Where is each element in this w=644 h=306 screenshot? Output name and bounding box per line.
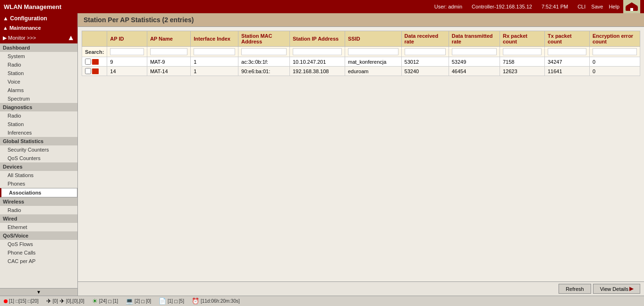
- search-rx-packet-input[interactable]: [503, 48, 542, 55]
- security-icon-2: □: [174, 298, 178, 304]
- search-data-transmitted-input[interactable]: [452, 48, 497, 55]
- cli-link[interactable]: CLI: [577, 4, 585, 9]
- row-checkbox[interactable]: [85, 68, 91, 74]
- search-data-transmitted[interactable]: [449, 47, 500, 57]
- sidebar-title: ▲ Configuration: [3, 15, 47, 22]
- search-tx-packet-input[interactable]: [548, 48, 586, 55]
- search-station-ip-input[interactable]: [293, 48, 342, 55]
- sidebar-item-qos-counters[interactable]: QoS Counters: [0, 154, 77, 162]
- save-link[interactable]: Save: [591, 4, 603, 9]
- status-bar: [1] □[15] □[20] ✈ [0] ✈ [0],[0],[0] ☀ [2…: [0, 296, 644, 306]
- alert-count-1: [1]: [9, 298, 14, 304]
- devices-icon-2: □: [141, 298, 144, 304]
- cell-ap_id: 9: [107, 57, 147, 67]
- diagnostics-label: Diagnostics: [3, 104, 32, 110]
- maintenance-label: ▲ Maintenance: [3, 25, 41, 31]
- bottom-buttons: Refresh View Details ▶: [78, 281, 644, 296]
- search-encryption-error[interactable]: [589, 47, 640, 57]
- timer-value: [11d:06h:20m:30s]: [201, 298, 240, 304]
- global-statistics-label: Global Statistics: [3, 138, 43, 144]
- search-tx-packet[interactable]: [544, 47, 589, 57]
- row-checkbox[interactable]: [85, 59, 91, 65]
- page-title: Station Per AP Statistics (2 entries): [78, 13, 644, 27]
- section-wireless[interactable]: Wireless: [0, 197, 77, 206]
- section-diagnostics[interactable]: Diagnostics: [0, 103, 77, 111]
- search-ssid[interactable]: [345, 47, 402, 57]
- connection-count-2: [0],[0],[0]: [66, 298, 85, 304]
- sidebar: ▲ Configuration ▲ Maintenance ▶ Monitor …: [0, 13, 78, 296]
- sidebar-item-phones[interactable]: Phones: [0, 179, 77, 188]
- row-link-icon[interactable]: [92, 59, 99, 65]
- table-row: 14MAT-14190:e6:ba:01:192.168.38.108eduro…: [82, 67, 640, 76]
- table-body: 9MAT-91ac:3c:0b:1f:10.10.247.201mat_konf…: [82, 57, 640, 76]
- sidebar-item-radio[interactable]: Radio: [0, 60, 77, 69]
- wireless-label: Wireless: [3, 199, 24, 204]
- status-security: 📄 [1] □ [5]: [159, 298, 184, 305]
- security-count-1: [1]: [168, 298, 173, 304]
- search-interface-index-input[interactable]: [194, 48, 235, 55]
- section-dashboard[interactable]: Dashboard: [0, 43, 77, 52]
- monitor-label: ▶ Monitor >>>: [3, 35, 36, 41]
- search-row: Search:: [82, 47, 640, 57]
- clock-icon: ⏰: [192, 298, 199, 305]
- app-title: WLAN Management: [4, 3, 434, 10]
- sidebar-item-spectrum[interactable]: Spectrum: [0, 94, 77, 103]
- devices-label: Devices: [3, 164, 23, 170]
- sidebar-item-all-stations[interactable]: All Stations: [0, 171, 77, 179]
- sidebar-item-voice[interactable]: Voice: [0, 77, 77, 86]
- sidebar-item-phone-calls[interactable]: Phone Calls: [0, 248, 77, 257]
- cell-interface_index: 1: [191, 67, 238, 76]
- search-station-mac-input[interactable]: [241, 48, 287, 55]
- cell-station_ip: 10.10.247.201: [289, 57, 345, 67]
- search-ssid-input[interactable]: [348, 48, 398, 55]
- scroll-up-icon[interactable]: ▲: [67, 34, 75, 42]
- alert-dot-red: [4, 299, 8, 303]
- search-ap-name[interactable]: [147, 47, 190, 57]
- section-qos-voice[interactable]: QoS/Voice: [0, 231, 77, 240]
- sidebar-item-diag-station[interactable]: Station: [0, 120, 77, 128]
- search-station-ip[interactable]: [289, 47, 345, 57]
- section-wired[interactable]: Wired: [0, 214, 77, 223]
- cell-rx_packet_count: 7158: [500, 57, 545, 67]
- sidebar-item-security-counters[interactable]: Security Counters: [0, 145, 77, 154]
- search-rx-packet[interactable]: [500, 47, 545, 57]
- controller-info: Controller-192.168.135.12: [472, 4, 532, 9]
- maintenance-header: ▲ Maintenance: [0, 24, 77, 32]
- sidebar-item-inferences[interactable]: Inferences: [0, 128, 77, 137]
- status-connections: ✈ [0] ✈ [0],[0],[0]: [46, 298, 85, 305]
- sidebar-item-alarms[interactable]: Alarms: [0, 86, 77, 94]
- cell-ssid: eduroam: [345, 67, 402, 76]
- help-link[interactable]: Help: [609, 4, 619, 9]
- sidebar-item-diag-radio[interactable]: Radio: [0, 111, 77, 120]
- sidebar-item-cac-per-ap[interactable]: CAC per AP: [0, 257, 77, 265]
- search-station-mac[interactable]: [238, 47, 290, 57]
- sidebar-header: ▲ Configuration: [0, 13, 77, 24]
- view-details-button[interactable]: View Details ▶: [593, 284, 640, 294]
- search-data-received[interactable]: [401, 47, 449, 57]
- sidebar-item-wireless-radio[interactable]: Radio: [0, 206, 77, 214]
- col-header-data-transmitted-rate: Data transmitted rate: [449, 31, 500, 47]
- search-ap-name-input[interactable]: [150, 48, 187, 55]
- search-data-received-input[interactable]: [405, 48, 446, 55]
- refresh-button[interactable]: Refresh: [559, 284, 591, 294]
- security-count-2: [5]: [179, 298, 184, 304]
- main-content: Station Per AP Statistics (2 entries) AP…: [78, 13, 644, 296]
- devices-count-2: [0]: [146, 298, 151, 304]
- section-devices[interactable]: Devices: [0, 162, 77, 171]
- cell-ap_name: MAT-9: [147, 57, 190, 67]
- section-global-statistics[interactable]: Global Statistics: [0, 137, 77, 145]
- scroll-down-btn[interactable]: ▼: [0, 288, 77, 296]
- search-ap-id[interactable]: [107, 47, 147, 57]
- cell-rx_packet_count: 12623: [500, 67, 545, 76]
- search-ap-id-input[interactable]: [110, 48, 144, 55]
- sidebar-item-station[interactable]: Station: [0, 69, 77, 77]
- sidebar-item-qos-flows[interactable]: QoS Flows: [0, 240, 77, 248]
- monitor-bar[interactable]: ▶ Monitor >>> ▲: [0, 32, 77, 43]
- search-encryption-error-input[interactable]: [593, 48, 637, 55]
- row-link-icon[interactable]: [92, 68, 99, 74]
- search-interface-index[interactable]: [191, 47, 238, 57]
- sidebar-item-associations[interactable]: Associations: [0, 188, 77, 197]
- sidebar-item-system[interactable]: System: [0, 52, 77, 60]
- sidebar-item-ethernet[interactable]: Ethernet: [0, 223, 77, 231]
- time-display: 7:52:41 PM: [542, 4, 568, 9]
